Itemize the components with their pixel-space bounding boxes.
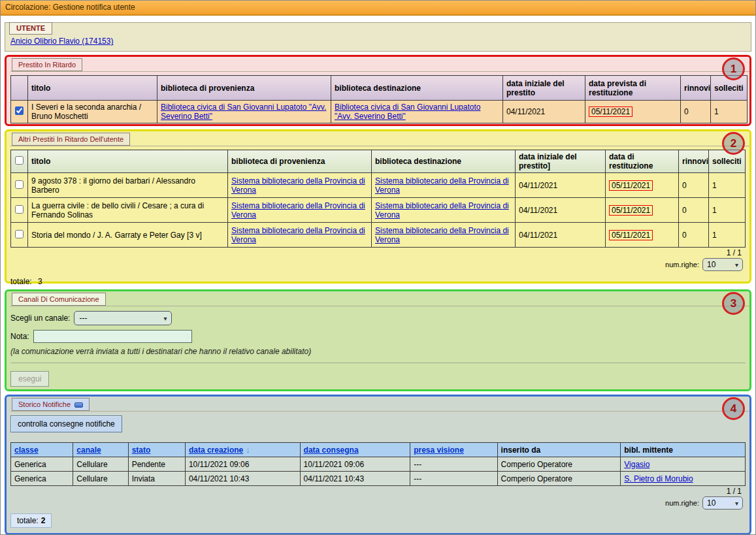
tab-utente: UTENTE [9,22,52,35]
totale-row: totale: 3 [10,277,746,286]
tab-prestito-in-ritardo: Prestito In Ritardo [12,58,82,71]
table-row: 9 agosto 378 : il giorno dei barbari / A… [11,173,746,198]
cell-presa-visione: --- [410,457,497,472]
overdue-date: 05/11/2021 [609,180,653,191]
cell-data-creazione: 04/11/2021 10:43 [185,472,300,486]
collapse-minus-icon[interactable] [74,402,83,408]
num-righe-label: num.righe: [665,499,699,507]
canale-row: Scegli un canale: --- ▾ [10,311,746,325]
biblioteca-provenienza-link[interactable]: Biblioteca civica di San Giovanni Lupato… [161,103,326,121]
col-header-provenienza: biblioteca di provenienza [228,150,372,173]
altri-prestiti-header-row: titolo biblioteca di provenienza bibliot… [11,150,746,173]
num-righe-value: 10 [707,260,715,269]
biblioteca-provenienza-link[interactable]: Sistema bibliotecario della Provincia di… [231,201,365,219]
canale-select[interactable]: --- ▾ [74,311,172,325]
prestito-header-checkbox-cell [11,76,28,101]
table-row: Generica Cellulare Inviata 04/11/2021 10… [11,472,746,486]
col-header-titolo: titolo [28,150,228,173]
table-row: La guerra civile : de bello civili / Ces… [11,198,746,223]
cell-data-iniziale: 04/11/2021 [516,223,606,248]
biblioteca-destinazione-link[interactable]: Sistema bibliotecario della Provincia di… [375,201,509,219]
bibl-mittente-link[interactable]: S. Pietro di Morubio [624,474,693,483]
row-select-checkbox[interactable] [15,106,24,115]
col-header-data-restituzione: data di restituzione [606,150,679,173]
som-badge-3: 3 [722,292,745,315]
num-righe-value: 10 [707,498,715,508]
totale-value: 2 [41,516,46,525]
biblioteca-destinazione-link[interactable]: Biblioteca civica di San Giovanni Lupato… [335,103,480,121]
sort-header-data-creazione[interactable]: data creazione [189,446,243,455]
biblioteca-provenienza-link[interactable]: Sistema bibliotecario della Provincia di… [231,176,365,195]
col-header-rinnovi: rinnovi [681,76,711,101]
cell-inserito-da: Comperio Operatore [497,472,621,486]
tab-canali-comunicazione: Canali Di Comunicazione [12,293,106,306]
row-select-checkbox[interactable] [15,230,24,238]
sort-header-presa-visione[interactable]: presa visione [414,446,464,455]
page-title: Circolazione: Gestione notifica utente [1,1,755,16]
num-righe-select[interactable]: 10 ▾ [702,496,743,510]
num-righe-select[interactable]: 10 ▾ [702,258,743,271]
col-header-inserito-da: inserito da [497,443,621,457]
section-prestito-in-ritardo: 1 Prestito In Ritardo titolo biblioteca … [5,55,751,126]
nota-input[interactable] [33,330,192,343]
esegui-button[interactable]: esegui [10,371,49,387]
cell-classe: Generica [11,457,73,472]
nota-row: Nota: [10,330,746,343]
cell-rinnovi: 0 [681,101,711,123]
cell-rinnovi: 0 [679,198,709,223]
col-header-destinazione: biblioteca destinazione [331,76,503,101]
chevron-down-icon: ▾ [735,500,738,507]
col-header-data-prevista: data prevista di restituzione [585,76,681,101]
cell-data-consegna: 04/11/2021 10:43 [300,472,410,486]
cell-data-iniziale: 04/11/2021 [516,173,606,198]
sort-header-classe[interactable]: classe [14,446,39,455]
cell-solleciti: 1 [709,223,746,248]
row-select-checkbox[interactable] [15,180,24,189]
cell-inserito-da: Comperio Operatore [497,457,621,472]
cell-titolo: La guerra civile : de bello civili / Ces… [28,198,228,223]
sort-header-stato[interactable]: stato [132,446,151,455]
totale-label: totale: [17,516,39,525]
col-header-rinnovi: rinnovi [679,150,709,173]
col-header-data-iniziale: data iniziale del prestito] [516,150,606,173]
nota-label: Nota: [10,332,29,341]
bibl-mittente-link[interactable]: Vigasio [624,460,649,469]
user-link[interactable]: Anicio Olibrio Flavio (174153) [10,37,113,46]
table-row: Generica Cellulare Pendente 10/11/2021 0… [11,457,746,472]
cell-stato: Inviata [128,472,185,486]
overdue-date: 05/11/2021 [609,205,653,216]
cell-canale: Cellulare [73,472,128,486]
chevron-down-icon: ▾ [735,261,738,268]
section-canali-comunicazione: 3 Canali Di Comunicazione Scegli un cana… [5,289,751,391]
overdue-date: 05/11/2021 [589,106,633,117]
canali-hint: (la comunicazione verrà inviata a tutti … [10,347,746,356]
totale-label: totale: [10,277,32,286]
prestito-header-row: titolo biblioteca di provenienza bibliot… [11,76,748,101]
cell-data-consegna: 10/11/2021 09:06 [300,457,410,472]
sort-header-data-consegna[interactable]: data consegna [304,446,359,455]
cell-data-iniziale: 04/11/2021 [516,198,606,223]
col-header-provenienza: biblioteca di provenienza [157,76,331,101]
sort-desc-icon: ↓ [246,445,250,455]
page-indicator: 1 / 1 [10,248,746,257]
overdue-date: 05/11/2021 [609,230,653,240]
controlla-consegne-button[interactable]: controlla consegne notifiche [10,415,122,432]
num-righe-row: num.righe: 10 ▾ [10,258,746,271]
storico-legend-text: Storico Notifiche [18,400,71,408]
tab-altri-prestiti: Altri Prestiti In Ritardo Dell'utente [12,133,130,146]
select-all-checkbox[interactable] [15,156,24,165]
biblioteca-provenienza-link[interactable]: Sistema bibliotecario della Provincia di… [231,226,365,244]
col-header-data-iniziale: data iniziale del prestito [503,76,585,101]
biblioteca-destinazione-link[interactable]: Sistema bibliotecario della Provincia di… [375,226,509,244]
col-header-solleciti: solleciti [709,150,746,173]
cell-titolo: I Severi e la seconda anarchia / Bruno M… [28,101,157,123]
tab-storico-notifiche: Storico Notifiche [12,398,90,411]
cell-solleciti: 1 [709,173,746,198]
sort-header-canale[interactable]: canale [76,446,101,455]
row-select-checkbox[interactable] [15,205,24,214]
biblioteca-destinazione-link[interactable]: Sistema bibliotecario della Provincia di… [375,176,509,195]
canali-tabrow: Canali Di Comunicazione [10,293,746,306]
section-altri-prestiti: 2 Altri Prestiti In Ritardo Dell'utente … [5,129,751,284]
cell-rinnovi: 0 [679,173,709,198]
totale-value: 3 [38,277,42,286]
